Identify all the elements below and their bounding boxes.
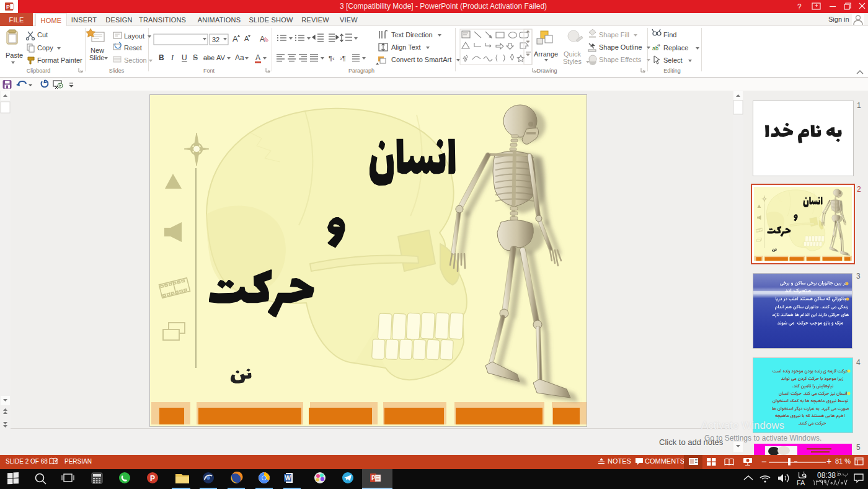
svg-text:Copy: Copy bbox=[37, 44, 53, 52]
svg-text:New: New bbox=[91, 47, 104, 54]
svg-text:Convert to SmartArt: Convert to SmartArt bbox=[391, 56, 451, 63]
svg-text:Aa: Aa bbox=[235, 53, 244, 62]
svg-text:AV: AV bbox=[216, 54, 226, 61]
svg-text:32: 32 bbox=[212, 36, 219, 43]
svg-text:Reset: Reset bbox=[124, 44, 142, 52]
svg-text:¶‹: ¶‹ bbox=[329, 55, 335, 62]
svg-text:Slide: Slide bbox=[89, 54, 104, 61]
svg-text:I: I bbox=[170, 53, 174, 62]
svg-text:Arrange: Arrange bbox=[534, 50, 558, 58]
svg-text:Select: Select bbox=[663, 56, 683, 64]
svg-text:Replace: Replace bbox=[663, 44, 688, 52]
svg-text:Shape Effects: Shape Effects bbox=[599, 56, 642, 63]
svg-text:Shape Outline: Shape Outline bbox=[599, 43, 642, 51]
svg-text:Styles: Styles bbox=[563, 58, 582, 65]
svg-text:A: A bbox=[255, 53, 260, 62]
svg-text:A: A bbox=[232, 34, 238, 43]
svg-text:Align Text: Align Text bbox=[391, 43, 421, 51]
svg-text:Text Direction: Text Direction bbox=[391, 31, 433, 38]
svg-text:Format Painter: Format Painter bbox=[37, 56, 82, 64]
svg-text:Quick: Quick bbox=[564, 50, 582, 58]
svg-text:›¶: ›¶ bbox=[340, 55, 346, 62]
svg-text:B: B bbox=[159, 53, 164, 62]
svg-text:Section: Section bbox=[124, 56, 147, 64]
svg-text:Layout: Layout bbox=[124, 32, 144, 40]
svg-text:U: U bbox=[182, 53, 187, 62]
svg-text:.: . bbox=[653, 49, 655, 55]
svg-text:abc: abc bbox=[203, 54, 215, 61]
svg-text:Shape Fill: Shape Fill bbox=[599, 31, 629, 38]
svg-text:Find: Find bbox=[663, 31, 676, 38]
svg-text:Cut: Cut bbox=[37, 31, 48, 38]
svg-text:S: S bbox=[193, 53, 198, 62]
svg-text:Paste: Paste bbox=[6, 52, 23, 59]
